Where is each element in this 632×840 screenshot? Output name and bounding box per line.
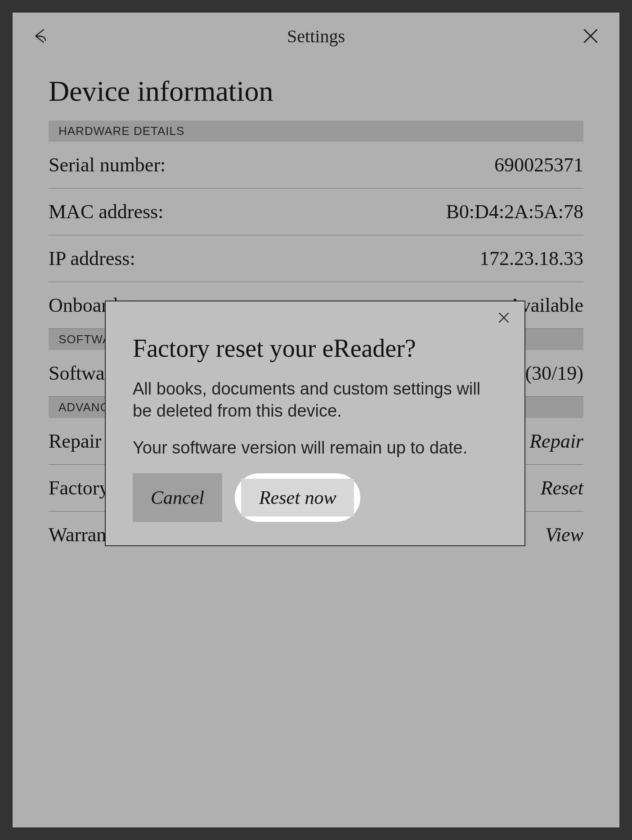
modal-button-row: Cancel Reset now	[133, 473, 498, 522]
cancel-button[interactable]: Cancel	[133, 473, 222, 522]
modal-text-2: Your software version will remain up to …	[133, 437, 498, 459]
modal-title: Factory reset your eReader?	[133, 334, 498, 363]
device-frame: Settings Device information HARDWARE DET…	[0, 0, 632, 840]
reset-now-button[interactable]: Reset now	[241, 479, 354, 517]
screen: Settings Device information HARDWARE DET…	[13, 13, 619, 827]
factory-reset-modal: Factory reset your eReader? All books, d…	[105, 301, 525, 546]
modal-close-icon[interactable]	[496, 310, 514, 328]
reset-now-highlight: Reset now	[235, 473, 360, 522]
modal-text-1: All books, documents and custom settings…	[133, 378, 498, 422]
modal-backdrop: Factory reset your eReader? All books, d…	[13, 13, 619, 827]
